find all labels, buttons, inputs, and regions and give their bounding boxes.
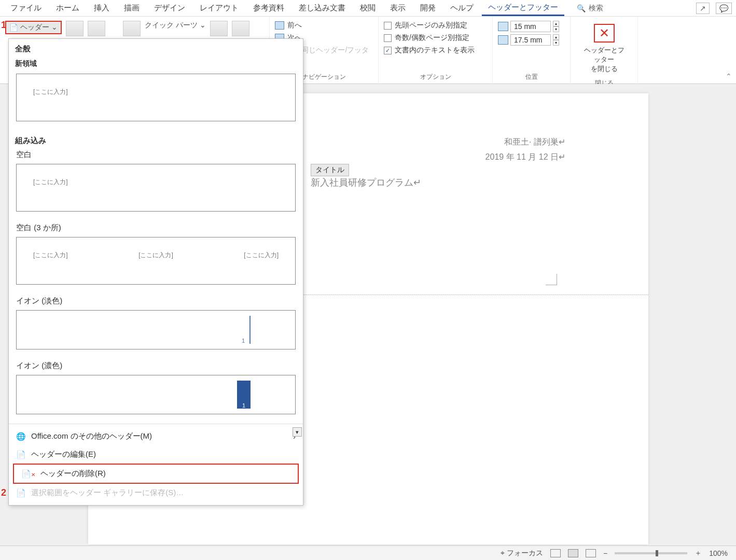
checkbox-icon (384, 22, 392, 30)
gallery-item-label: 新領域 (9, 56, 303, 71)
title-text[interactable]: 新入社員研修プログラム↵ (311, 177, 421, 188)
close-icon: ✕ (594, 24, 615, 43)
header-dropdown-button[interactable]: 📄 ヘッダー ⌄ (5, 21, 62, 34)
tab-draw[interactable]: 描画 (118, 1, 146, 15)
group-label-position: 位置 (498, 71, 565, 81)
title-content-control-tag[interactable]: タイトル (311, 164, 349, 176)
tab-view[interactable]: 表示 (384, 1, 412, 15)
gallery-item-new-region[interactable]: [ここに入力] (16, 74, 296, 121)
gallery-scroll-down[interactable]: ▾ (293, 427, 302, 437)
header-top-icon (498, 22, 508, 31)
tab-layout[interactable]: レイアウト (193, 1, 245, 15)
spinner[interactable]: ▴▾ (553, 21, 559, 32)
more-headers-office-button[interactable]: 🌐 Office.com のその他のヘッダー(M) › (9, 427, 303, 445)
spinner[interactable]: ▴▾ (553, 34, 559, 46)
header-gallery-dropdown: 全般 新領域 [ここに入力] 組み込み 空白 [ここに入力] 空白 (3 か所)… (8, 38, 303, 506)
remove-header-button[interactable]: 📄✕ ヘッダーの削除(R) (14, 465, 298, 483)
zoom-slider[interactable] (615, 552, 687, 554)
tab-review[interactable]: 校閲 (354, 1, 382, 15)
save-selection-to-gallery-button: 📄 選択範囲をヘッダー ギャラリーに保存(S)… (9, 484, 303, 502)
tab-developer[interactable]: 開発 (414, 1, 442, 15)
goto-previous-button[interactable]: 前へ (275, 21, 302, 30)
zoom-level[interactable]: 100% (709, 549, 728, 557)
header-dropdown-label: ヘッダー ⌄ (20, 23, 58, 32)
web-layout-button[interactable] (586, 549, 596, 557)
gallery-item-ion-light[interactable]: 1 (16, 310, 296, 349)
status-bar: ⌖フォーカス − ＋ 100% (0, 545, 736, 560)
quick-parts-button[interactable]: クイック パーツ ⌄ (145, 21, 206, 30)
edit-header-button[interactable]: 📄 ヘッダーの編集(E) (9, 445, 303, 464)
prev-icon (275, 21, 284, 30)
different-odd-even-checkbox[interactable]: 奇数/偶数ページ別指定 (384, 33, 469, 43)
gallery-section-general: 全般 (9, 39, 303, 56)
tab-references[interactable]: 参考資料 (247, 1, 290, 15)
gallery-section-builtin: 組み込み (9, 131, 303, 148)
page-icon: 📄 (9, 23, 18, 32)
pictures-button[interactable] (210, 21, 228, 36)
globe-icon: 🌐 (16, 432, 26, 441)
gallery-item-label: イオン (淡色) (9, 294, 303, 307)
zoom-in-button[interactable]: ＋ (695, 549, 702, 558)
save-icon: 📄 (16, 488, 26, 498)
header-from-top-input[interactable]: 15 mm ▴▾ (498, 21, 559, 32)
annotation-2: 2 (1, 487, 6, 498)
read-mode-button[interactable] (550, 549, 561, 557)
tab-insert[interactable]: 挿入 (88, 1, 116, 15)
tab-design[interactable]: デザイン (148, 1, 191, 15)
gallery-item-label: 空白 (9, 148, 303, 161)
search-label: 検索 (589, 4, 603, 13)
checkbox-checked-icon: ✓ (384, 47, 392, 54)
gallery-item-ion-dark[interactable]: 1 (16, 375, 296, 414)
tab-mailings[interactable]: 差し込み文書 (293, 1, 352, 15)
tab-help[interactable]: ヘルプ (444, 1, 480, 15)
gallery-item-label: 空白 (3 か所) (9, 221, 303, 234)
print-layout-button[interactable] (568, 549, 578, 557)
close-label: ヘッダーとフッター を閉じる (581, 46, 627, 74)
comments-icon[interactable]: 💬 (716, 3, 732, 14)
gallery-item-blank-3[interactable]: [ここに入力] [ここに入力] [ここに入力] (16, 237, 296, 285)
focus-mode-button[interactable]: ⌖フォーカス (501, 549, 543, 558)
page-number-button[interactable] (88, 21, 105, 36)
page-delete-icon: 📄✕ (21, 469, 35, 479)
show-document-text-checkbox[interactable]: ✓文書内のテキストを表示 (384, 46, 475, 55)
gallery-item-label: イオン (濃色) (9, 359, 303, 372)
group-label-options: オプション (384, 71, 487, 81)
collapse-ribbon-button[interactable]: ⌃ (726, 72, 732, 80)
zoom-out-button[interactable]: − (603, 549, 607, 557)
page-icon: 📄 (16, 450, 26, 459)
different-first-page-checkbox[interactable]: 先頭ページのみ別指定 (384, 21, 467, 30)
focus-icon: ⌖ (501, 549, 505, 557)
corner-mark (546, 274, 557, 285)
date-time-button[interactable] (123, 21, 141, 36)
footer-button[interactable] (66, 21, 84, 36)
checkbox-icon (384, 34, 392, 42)
footer-from-bottom-input[interactable]: 17.5 mm ▴▾ (498, 34, 559, 46)
tab-file[interactable]: ファイル (4, 1, 48, 15)
annotation-1: 1 (1, 20, 6, 31)
online-pictures-button[interactable] (232, 21, 249, 36)
close-header-footer-button[interactable]: ✕ ヘッダーとフッター を閉じる (576, 21, 632, 77)
tab-home[interactable]: ホーム (50, 1, 86, 15)
search-button[interactable]: 🔍 検索 (577, 4, 603, 13)
ribbon-tabs: ファイル ホーム 挿入 描画 デザイン レイアウト 参考資料 差し込み文書 校閲… (0, 0, 736, 17)
footer-bottom-icon (498, 35, 508, 45)
share-icon[interactable]: ↗ (696, 3, 710, 14)
gallery-item-blank[interactable]: [ここに入力] (16, 164, 296, 212)
tab-header-footer[interactable]: ヘッダーとフッター (482, 1, 564, 16)
search-icon: 🔍 (577, 4, 586, 12)
